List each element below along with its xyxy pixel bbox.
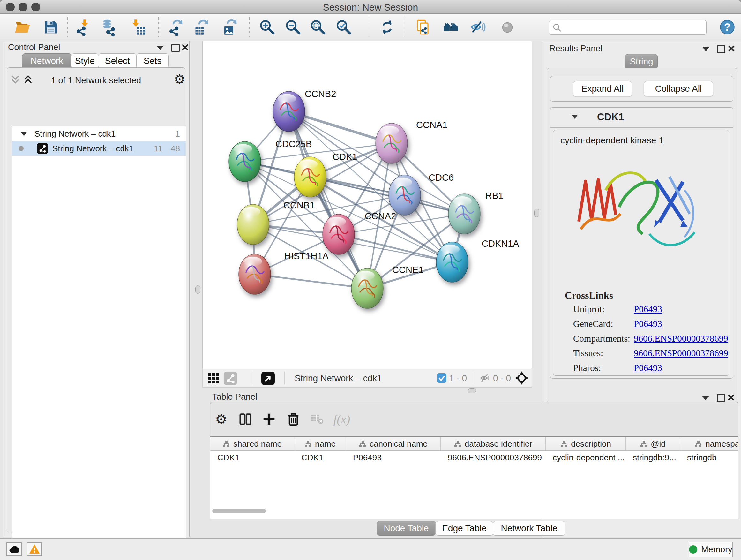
control-panel-float-icon[interactable] — [172, 44, 180, 52]
tab-select[interactable]: Select — [98, 53, 137, 69]
network-node-ccna2[interactable] — [323, 214, 354, 254]
results-panel-float-icon[interactable] — [717, 45, 725, 53]
help-button[interactable]: ? — [719, 19, 736, 36]
warnings-button[interactable] — [27, 543, 42, 556]
crosslink-uniprot[interactable]: P06493 — [634, 304, 662, 314]
tab-sets[interactable]: Sets — [136, 53, 169, 69]
cell-namespace[interactable]: stringdb — [680, 451, 738, 464]
control-panel-menu-icon[interactable] — [157, 46, 164, 50]
network-options-gear-icon[interactable]: ⚙ — [174, 72, 185, 86]
export-image-button[interactable] — [222, 19, 239, 36]
network-view-canvas[interactable]: CCNB2CCNA1CDC25BCDK1CDC6RB1CCNB1CCNA2CDK… — [202, 41, 532, 369]
network-node-cdc25b[interactable] — [229, 141, 261, 182]
cell-canonical-name[interactable]: P06493 — [346, 451, 441, 464]
collapse-all-button[interactable]: Collapse All — [644, 81, 713, 97]
search-input[interactable] — [564, 21, 703, 33]
network-node-cdk1[interactable] — [294, 157, 326, 197]
grid-view-icon[interactable] — [208, 372, 220, 384]
network-node-rb1[interactable] — [448, 194, 480, 234]
table-panel-float-icon[interactable] — [717, 394, 725, 402]
refresh-button[interactable] — [379, 19, 395, 36]
network-view-share-icon[interactable] — [224, 372, 237, 385]
export-network-button[interactable] — [168, 19, 185, 36]
network-edge[interactable] — [255, 274, 367, 288]
horizontal-scrollbar[interactable] — [212, 509, 266, 513]
function-builder-icon[interactable]: f(x) — [333, 412, 350, 426]
delete-column-trash-icon[interactable] — [287, 412, 299, 426]
column-header[interactable]: name — [294, 437, 346, 450]
cell-shared-name[interactable]: CDK1 — [210, 451, 294, 464]
control-panel-close-icon[interactable] — [182, 44, 189, 51]
import-table-button[interactable] — [130, 19, 146, 36]
import-network-file-button[interactable] — [74, 19, 91, 36]
clone-network-button[interactable] — [415, 19, 432, 36]
add-column-icon[interactable] — [263, 412, 275, 426]
network-node-cdc6[interactable] — [389, 175, 421, 215]
cell-description[interactable]: cyclin-dependent ... — [546, 451, 626, 464]
show-columns-icon[interactable] — [239, 412, 252, 426]
network-node-ccnb1[interactable] — [237, 204, 269, 245]
network-node-ccna1[interactable] — [376, 123, 408, 164]
memory-button[interactable]: Memory — [689, 542, 733, 557]
results-panel-menu-icon[interactable] — [702, 47, 710, 51]
save-session-button[interactable] — [43, 19, 59, 36]
string-network-graph[interactable]: CCNB2CCNA1CDC25BCDK1CDC6RB1CCNB1CCNA2CDK… — [203, 41, 532, 369]
gene-section-header[interactable]: CDK1 — [550, 108, 733, 128]
open-session-button[interactable] — [14, 19, 30, 36]
expand-all-button[interactable]: Expand All — [573, 81, 632, 97]
hide-selected-button[interactable] — [470, 19, 486, 36]
column-type-icon — [454, 440, 461, 448]
show-all-button[interactable] — [499, 19, 516, 36]
column-header[interactable]: namespace — [680, 437, 738, 450]
cell-id[interactable]: stringdb:9... — [626, 451, 680, 464]
network-node-ccnb2[interactable] — [273, 91, 305, 132]
crosslink-compartments[interactable]: 9606.ENSP00000378699 — [634, 333, 728, 344]
column-header[interactable]: @id — [626, 437, 680, 450]
zoom-in-button[interactable] — [259, 19, 275, 36]
left-splitter-handle[interactable] — [195, 286, 200, 294]
cloud-status-button[interactable] — [6, 543, 22, 556]
crosslink-genecard[interactable]: P06493 — [634, 319, 662, 329]
right-splitter-handle[interactable] — [534, 209, 539, 217]
crosslink-tissues[interactable]: 9606.ENSP00000378699 — [634, 348, 728, 359]
table-row[interactable]: CDK1 CDK1 P06493 9606.ENSP00000378699 cy… — [210, 451, 738, 464]
network-row[interactable]: String Network – cdk1 11 48 — [12, 141, 186, 156]
network-node-ccne1[interactable] — [351, 268, 383, 308]
delete-table-icon[interactable] — [311, 414, 324, 425]
network-collection-row[interactable]: String Network – cdk1 1 — [12, 126, 186, 141]
gene-collapse-icon[interactable] — [571, 115, 578, 119]
export-table-button[interactable] — [194, 19, 210, 36]
table-gear-icon[interactable]: ⚙ — [215, 412, 227, 427]
zoom-selected-button[interactable] — [335, 19, 352, 36]
table-panel-menu-icon[interactable] — [702, 396, 709, 400]
column-header[interactable]: description — [546, 437, 626, 450]
cell-name[interactable]: CDK1 — [294, 451, 346, 464]
collection-expand-icon[interactable] — [20, 132, 27, 136]
warning-icon — [29, 544, 40, 554]
import-network-database-button[interactable] — [100, 19, 117, 36]
tab-node-table[interactable]: Node Table — [377, 521, 436, 536]
hidden-eye-icon[interactable] — [480, 373, 490, 383]
network-node-hist1h1a[interactable] — [239, 254, 271, 294]
horizontal-splitter-handle[interactable] — [468, 388, 476, 393]
network-node-cdkn1a[interactable] — [436, 242, 468, 282]
fit-crosshair-icon[interactable] — [515, 371, 529, 385]
table-panel-close-icon[interactable] — [728, 394, 735, 401]
selected-checkbox-icon[interactable] — [437, 373, 447, 383]
column-header[interactable]: shared name — [210, 437, 294, 450]
column-header[interactable]: database identifier — [441, 437, 546, 450]
crosslink-pharos[interactable]: P06493 — [634, 363, 662, 373]
tab-edge-table[interactable]: Edge Table — [435, 521, 493, 536]
cell-database-identifier[interactable]: 9606.ENSP00000378699 — [441, 451, 546, 464]
results-panel-close-icon[interactable] — [728, 45, 735, 52]
birdseye-view-icon[interactable] — [261, 372, 275, 385]
tab-style[interactable]: Style — [71, 53, 98, 69]
zoom-out-button[interactable] — [285, 19, 301, 36]
network-edge[interactable] — [289, 111, 367, 288]
zoom-fit-button[interactable] — [310, 19, 326, 36]
home-button[interactable] — [443, 19, 459, 36]
column-header[interactable]: canonical name — [346, 437, 441, 450]
tab-string[interactable]: String — [625, 54, 658, 69]
tab-network-table[interactable]: Network Table — [493, 521, 565, 536]
tab-network[interactable]: Network — [22, 53, 72, 69]
